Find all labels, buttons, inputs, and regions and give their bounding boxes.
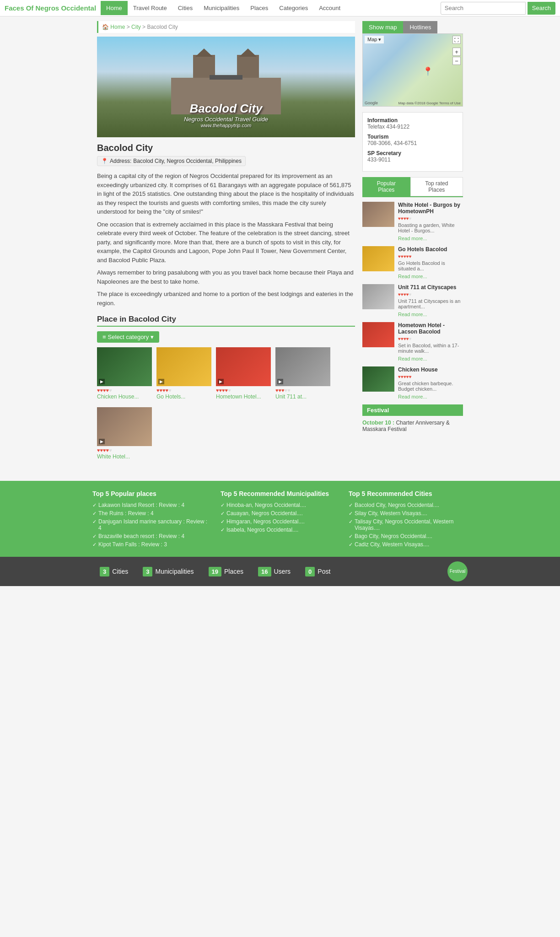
place-card-0[interactable]: ▶ ♥♥♥♥♥ Chicken House...: [97, 347, 152, 400]
search-input[interactable]: [441, 2, 526, 15]
chevron-down-icon: ▾: [151, 334, 154, 340]
nav-item-municipalities[interactable]: Municipalities: [198, 1, 245, 15]
popular-place-3[interactable]: Hometown Hotel - Lacson Bacolod ♥♥♥♥♥ Se…: [362, 322, 463, 362]
place-description: Being a capital city of the region of Ne…: [97, 172, 355, 307]
nav-item-home[interactable]: Home: [101, 1, 128, 15]
nav-item-cities[interactable]: Cities: [172, 1, 199, 15]
popular-place-stars-3: ♥♥♥♥♥: [398, 336, 463, 341]
place-card-name-2: Hometown Hotel...: [216, 393, 271, 400]
map-container: Map ▾ ⛶ 📍 + − Google Map data ©2018 Goog…: [362, 33, 463, 107]
popular-place-stars-2: ♥♥♥♥♥: [398, 292, 463, 297]
nav-item-travel-route[interactable]: Travel Route: [128, 1, 172, 15]
info-section-tourism: Tourism 708-3066, 434-6751: [367, 134, 458, 146]
festival-date: October 10 :: [362, 420, 394, 426]
place-card-1[interactable]: ▶ ♥♥♥♥♥ Go Hotels...: [156, 347, 211, 400]
popular-read-more-3[interactable]: Read more...: [398, 356, 427, 361]
muni-item-0: Hinoba-an, Negros Occidental....: [221, 502, 339, 508]
breadcrumb-current: Bacolod City: [147, 24, 178, 30]
hero-image: Bacolod City Negros Occidental Travel Gu…: [97, 37, 355, 137]
place-card-name-1: Go Hotels...: [156, 393, 211, 400]
breadcrumb-city[interactable]: City: [131, 24, 141, 30]
top-rated-tab[interactable]: Top rated Places: [410, 177, 463, 196]
nav-link-cities[interactable]: Cities: [172, 1, 199, 15]
desc-p3: Always remember to bring pasalubong with…: [97, 268, 355, 286]
popular-place-stars-0: ♥♥♥♥♥: [398, 216, 463, 221]
nav-item-account[interactable]: Account: [313, 1, 346, 15]
places-label: Places: [224, 568, 243, 575]
place-grid: ▶ ♥♥♥♥♥ Chicken House... ▶ ♥♥♥♥♥ Go Hote…: [97, 347, 355, 400]
nav-link-account[interactable]: Account: [313, 1, 346, 15]
play-icon-2: ▶: [218, 379, 224, 384]
popular-place-4[interactable]: Chicken House ♥♥♥♥♥ Great chicken barbeq…: [362, 366, 463, 400]
nav-list: Home Travel Route Cities Municipalities …: [101, 1, 346, 15]
cities-label: Cities: [112, 568, 128, 575]
muni-item-3: Isabela, Negros Occidental....: [221, 527, 339, 533]
users-label: Users: [274, 568, 291, 575]
city-rec-item-3: Bago City, Negros Occidental....: [349, 533, 468, 539]
select-category-label: Select category: [108, 334, 149, 340]
popular-read-more-0[interactable]: Read more...: [398, 236, 427, 241]
place-card-2[interactable]: ▶ ♥♥♥♥♥ Hometown Hotel...: [216, 347, 271, 400]
hero-subtitle: Negros Occidental Travel Guide: [97, 116, 355, 123]
post-count: 0: [305, 567, 315, 576]
nav-link-home[interactable]: Home: [101, 1, 128, 15]
bottom-bar: 3 Cities 3 Municipalities 19 Places 16 U…: [0, 557, 560, 586]
search-button[interactable]: Search: [528, 2, 555, 15]
show-map-tab[interactable]: Show map: [362, 21, 403, 33]
city-rec-item-2: Talisay City, Negros Occidental, Western…: [349, 518, 468, 531]
popular-place-img-0: [362, 202, 394, 227]
place-stars-4: ♥♥♥♥♥: [97, 447, 152, 453]
popular-place-2[interactable]: Unit 711 at Cityscapes ♥♥♥♥♥ Unit 711 at…: [362, 284, 463, 318]
popular-place-info-3: Hometown Hotel - Lacson Bacolod ♥♥♥♥♥ Se…: [398, 322, 463, 362]
place-card-4[interactable]: ▶ ♥♥♥♥♥ White Hotel...: [97, 407, 152, 460]
popular-place-0[interactable]: White Hotel - Burgos by HometownPH ♥♥♥♥♥…: [362, 202, 463, 242]
municipalities-label: Municipalities: [155, 568, 194, 575]
map-placeholder: Map ▾ ⛶ 📍 + − Google Map data ©2018 Goog…: [363, 34, 463, 106]
nav-link-places[interactable]: Places: [245, 1, 274, 15]
popular-places-tab[interactable]: Popular Places: [362, 177, 410, 196]
place-stars-0: ♥♥♥♥♥: [97, 388, 152, 393]
popular-read-more-4[interactable]: Read more...: [398, 394, 427, 399]
play-icon-4: ▶: [99, 439, 105, 444]
place-card-name-4: White Hotel...: [97, 453, 152, 460]
sidebar: Show map Hotlines Map ▾ ⛶ 📍 + − Google M…: [362, 21, 463, 467]
popular-place-info-2: Unit 711 at Cityscapes ♥♥♥♥♥ Unit 711 at…: [398, 284, 463, 318]
desc-p1: Being a capital city of the region of Ne…: [97, 172, 355, 216]
popular-read-more-1[interactable]: Read more...: [398, 274, 427, 279]
map-zoom-in[interactable]: +: [452, 48, 461, 56]
popular-place-stars-1: ♥♥♥♥♥: [398, 254, 463, 259]
nav-item-categories[interactable]: Categories: [274, 1, 313, 15]
nav-link-municipalities[interactable]: Municipalities: [198, 1, 245, 15]
stat-cities: 3 Cities: [92, 563, 135, 580]
places-count: 19: [209, 567, 221, 576]
nav-link-travel-route[interactable]: Travel Route: [128, 1, 172, 15]
sp-phone: 433-9011: [367, 156, 458, 163]
users-count: 16: [258, 567, 271, 576]
breadcrumb-home[interactable]: Home: [110, 24, 125, 30]
map-terms: Map data ©2018 Google Terms of Use: [398, 101, 461, 105]
popular-place-desc-3: Set in Bacolod, within a 17-minute walk.…: [398, 343, 463, 354]
map-zoom-out[interactable]: −: [452, 57, 461, 65]
nav-link-categories[interactable]: Categories: [274, 1, 313, 15]
map-fullscreen-button[interactable]: ⛶: [452, 36, 461, 44]
popular-item-4: Kipot Twin Falls : Review : 3: [92, 541, 211, 548]
post-label: Post: [318, 568, 330, 575]
address-value: Bacolod City, Negros Occidental, Philipp…: [133, 158, 242, 164]
place-grid-row2: ▶ ♥♥♥♥♥ White Hotel...: [97, 407, 355, 460]
nav-item-places[interactable]: Places: [245, 1, 274, 15]
popular-read-more-2[interactable]: Read more...: [398, 312, 427, 317]
muni-item-2: Himgaran, Negros Occidental....: [221, 518, 339, 525]
info-section-sp: SP Secretary 433-9011: [367, 150, 458, 163]
info-section-information: Information Telefax 434-9122: [367, 117, 458, 130]
popular-place-desc-1: Go Hotels Bacolod is situated a...: [398, 260, 463, 271]
green-bar-col2-title: Top 5 Recommended Municipalities: [221, 490, 339, 497]
pin-icon: 📍: [101, 158, 108, 164]
search-form: Search: [441, 2, 555, 15]
hotlines-tab[interactable]: Hotlines: [403, 21, 437, 33]
stat-post: 0 Post: [298, 563, 338, 580]
green-bar-col-1: Top 5 Popular places Lakawon Island Reso…: [92, 490, 211, 549]
place-card-3[interactable]: ▶ ♥♥♥♥♥ Unit 711 at...: [275, 347, 330, 400]
popular-place-info-1: Go Hotels Bacolod ♥♥♥♥♥ Go Hotels Bacolo…: [398, 246, 463, 280]
popular-place-1[interactable]: Go Hotels Bacolod ♥♥♥♥♥ Go Hotels Bacolo…: [362, 246, 463, 280]
select-category-button[interactable]: ≡ Select category ▾: [97, 331, 159, 343]
